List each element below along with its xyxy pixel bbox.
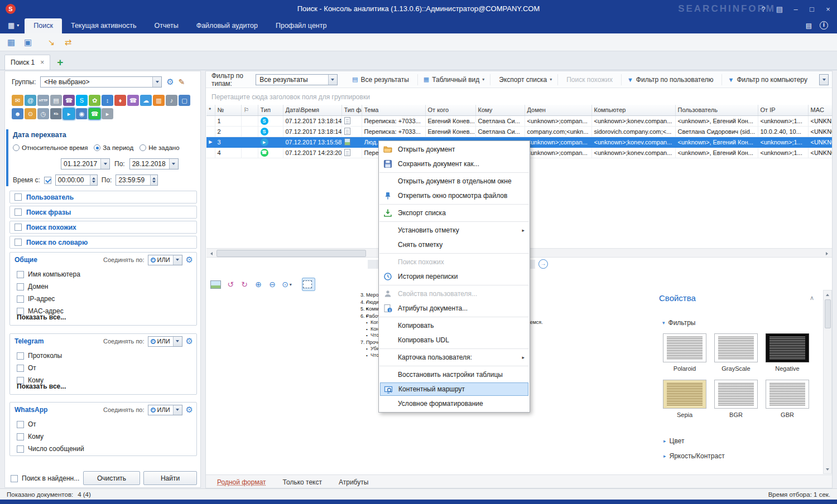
date-mode-radio[interactable]: За период	[94, 144, 133, 151]
filter-checkbox[interactable]: Протоколы	[17, 352, 196, 360]
section-checkbox[interactable]	[15, 209, 22, 216]
app-menu-button[interactable]: ▦▾	[0, 21, 25, 33]
http-icon[interactable]: HTTP	[37, 95, 49, 106]
switch-task-icon[interactable]: ⇄	[61, 36, 75, 49]
context-menu-item-open-in-window[interactable]: Открыть документ в отдельном окне	[379, 174, 530, 188]
context-menu-item-export-list[interactable]: Экспорт списка	[379, 206, 530, 220]
zoom-out-icon[interactable]: ⊖	[267, 278, 279, 290]
context-menu-item-content-route[interactable]: Контентный маршрут	[380, 382, 528, 396]
scroll-down-icon[interactable]	[824, 466, 831, 473]
user-search-icon[interactable]: ⊙	[25, 108, 36, 119]
column-header[interactable]: Домен	[525, 105, 591, 115]
column-header[interactable]: Дата\Время	[283, 105, 341, 115]
icq-icon[interactable]: ✿	[89, 95, 100, 106]
section-checkbox[interactable]	[15, 193, 22, 201]
filter-toolbar-button[interactable]: ▦ Табличный вид ▾	[417, 74, 490, 85]
column-header[interactable]: Пользователь	[675, 105, 758, 115]
date-from-input[interactable]: 01.12.2017	[61, 158, 110, 169]
find-button[interactable]: Найти	[143, 471, 197, 485]
color-section-header[interactable]: ▸ Цвет	[659, 437, 822, 445]
panel-toggle-button[interactable]: ▤	[775, 5, 784, 13]
scroll-up-icon[interactable]	[824, 291, 831, 298]
scrollbar-thumb[interactable]	[825, 299, 831, 328]
context-menu-item-copy[interactable]: Копировать	[379, 318, 530, 333]
viber-out-icon[interactable]: ☎	[127, 95, 139, 106]
filter-toolbar-button[interactable]: ▤ Все результаты	[347, 74, 417, 85]
help-button[interactable]: ?	[759, 5, 768, 13]
chevron-down-icon[interactable]	[173, 255, 182, 265]
column-header[interactable]: От кого	[425, 105, 475, 115]
video-icon[interactable]: ▸	[102, 108, 113, 119]
scrollbar-thumb[interactable]	[217, 250, 366, 257]
filter-toolbar-button[interactable]: Поиск похожих	[557, 74, 621, 85]
clock-icon[interactable]: ◷	[37, 108, 49, 119]
filter-toolbar-button[interactable]: ▼ Фильтр по пользователю	[621, 74, 722, 85]
time-to-input[interactable]: 23:59:59	[116, 175, 158, 186]
cloud-icon[interactable]: ☁	[140, 95, 152, 106]
tab-close-icon[interactable]: ×	[40, 59, 44, 66]
type-filter-select[interactable]: Все результаты	[256, 74, 338, 85]
join-select[interactable]: ИЛИ	[148, 255, 182, 265]
context-menu-item-chat-history[interactable]: История переписки	[379, 269, 530, 284]
filters-section-header[interactable]: ▾ Фильтры	[659, 319, 822, 327]
chevron-down-icon[interactable]	[328, 75, 337, 85]
filter-checkbox[interactable]: Имя компьютера	[17, 270, 196, 278]
filter-thumbnail[interactable]: BGR	[710, 380, 762, 418]
filter-section[interactable]: Поиск фразы	[9, 206, 197, 219]
results-grid-icon[interactable]: ▦	[4, 36, 18, 49]
document-tab[interactable]: Поиск 1 ×	[4, 55, 50, 70]
ftp-icon[interactable]: ↕	[102, 95, 113, 106]
new-tab-button[interactable]: +	[50, 56, 70, 70]
camera-icon[interactable]: ◉	[76, 108, 88, 119]
monitor-icon[interactable]: ▢	[179, 95, 190, 106]
spinner-icon[interactable]	[150, 175, 157, 185]
column-header[interactable]: Компьютер	[591, 105, 675, 115]
column-header[interactable]: №	[215, 105, 241, 115]
column-header[interactable]: MAC	[808, 105, 833, 115]
filter-checkbox[interactable]: Домен	[17, 283, 196, 290]
section-checkbox[interactable]	[15, 224, 22, 231]
column-header[interactable]: ⚐	[241, 105, 258, 115]
section-settings-icon[interactable]: ⚙	[186, 336, 193, 346]
context-menu-item-copy-udl[interactable]: Копировать UDL	[379, 333, 530, 347]
preview-tab[interactable]: Только текст	[283, 478, 322, 486]
vertical-scrollbar[interactable]	[823, 290, 832, 474]
filter-toolbar-button[interactable]: Экспорт списка ▾	[490, 74, 557, 85]
context-menu-item-unpin-preview[interactable]: Открепить окно просмотра файлов	[379, 188, 530, 203]
context-menu-item-remove-mark[interactable]: Снять отметку	[379, 238, 530, 252]
filter-checkbox[interactable]: Кому	[17, 433, 196, 440]
column-header[interactable]: От IP	[758, 105, 808, 115]
context-menu-item-conditional-formatting[interactable]: Условное форматирование	[379, 396, 530, 411]
chevron-down-icon[interactable]	[819, 75, 828, 85]
filter-thumbnail[interactable]: Polaroid	[659, 333, 710, 372]
menu-tab[interactable]: Файловый аудитор	[187, 18, 267, 33]
date-mode-radio[interactable]: Не задано	[140, 144, 179, 151]
search-in-found-checkbox[interactable]: Поиск в найденн...	[11, 474, 79, 482]
groups-select[interactable]: <Не выбрано>	[40, 76, 162, 88]
highlight-brush-icon[interactable]: ✎	[179, 77, 185, 86]
minimize-button[interactable]: –	[791, 5, 800, 13]
monitor-search-icon[interactable]: ▣	[21, 36, 35, 49]
im-icon[interactable]: ♦	[114, 95, 126, 106]
user-card-icon[interactable]: ▤	[806, 22, 812, 30]
date-to-input[interactable]: 28.12.2018	[129, 158, 179, 169]
section-settings-icon[interactable]: ⚙	[186, 405, 193, 415]
rotate-left-icon[interactable]: ↺	[225, 278, 237, 290]
rotate-right-icon[interactable]: ↻	[239, 278, 251, 290]
filterbar-overflow-select[interactable]	[819, 74, 829, 85]
context-menu-item-document-attributes[interactable]: i Атрибуты документа...	[379, 301, 530, 316]
skype-icon[interactable]: S	[76, 95, 88, 106]
zoom-menu-icon[interactable]: ⊙ ▾	[281, 278, 293, 290]
show-all-link[interactable]: Показать все...	[17, 313, 66, 321]
filter-section[interactable]: Пользователь	[9, 191, 197, 203]
column-header[interactable]: Тип	[258, 105, 283, 115]
filter-checkbox[interactable]: IP-адрес	[17, 295, 196, 303]
context-menu-item-save-document-as[interactable]: Сохранить документ как...	[379, 157, 530, 171]
image-mode-icon[interactable]	[210, 278, 223, 290]
chevron-down-icon[interactable]	[173, 405, 182, 415]
menu-tab[interactable]: Поиск	[25, 18, 62, 33]
menu-tab[interactable]: Отчеты	[145, 18, 187, 33]
filter-thumbnail[interactable]: Sepia	[659, 380, 710, 418]
result-row-1[interactable]: 1 S 07.12.2017 13:18:14 Переписка: +7033…	[206, 115, 833, 126]
join-select[interactable]: ИЛИ	[148, 405, 182, 415]
